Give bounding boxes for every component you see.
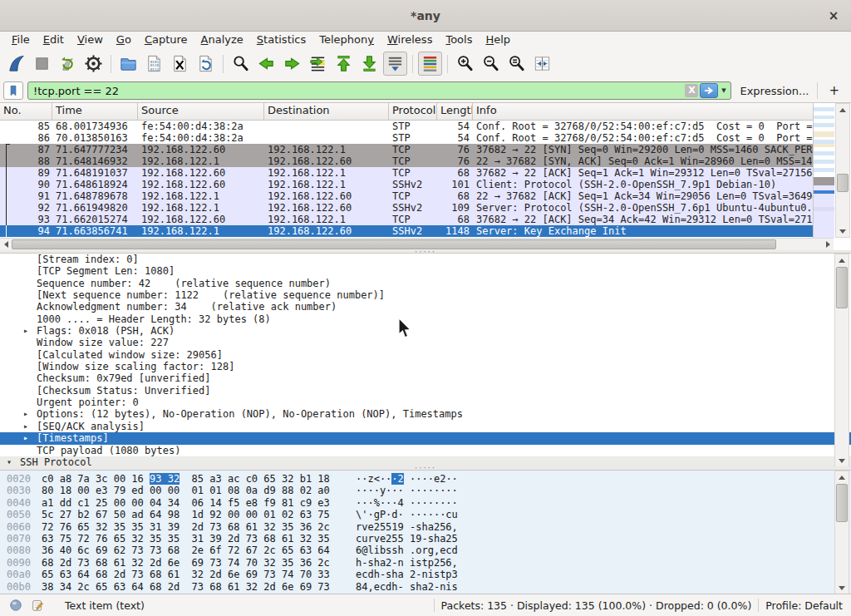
scroll-up-icon[interactable] bbox=[835, 471, 849, 483]
packet-row-94[interactable]: 9471.663856741192.168.122.1192.168.122.6… bbox=[0, 225, 813, 237]
display-filter-input[interactable] bbox=[28, 85, 685, 97]
start-capture-button[interactable] bbox=[4, 52, 28, 76]
reload-file-button[interactable] bbox=[194, 52, 218, 76]
open-file-button[interactable] bbox=[116, 52, 140, 76]
detail-line[interactable]: [Stream index: 0] bbox=[0, 254, 851, 265]
zoom-reset-button[interactable] bbox=[504, 52, 529, 76]
menu-tools[interactable]: Tools bbox=[439, 32, 479, 47]
hex-row[interactable]: 0040a1 dd c1 25 00 00 04 34 06 14 f5 e8 … bbox=[0, 497, 851, 509]
detail-line[interactable]: ▸Options: (12 bytes), No-Operation (NOP)… bbox=[0, 408, 851, 420]
packet-row-90[interactable]: 9071.648618924192.168.122.60192.168.122.… bbox=[0, 179, 813, 190]
scroll-right-icon[interactable] bbox=[822, 239, 834, 250]
detail-line[interactable]: Window size value: 227 bbox=[0, 337, 851, 348]
column-header-no[interactable]: No. bbox=[0, 103, 52, 120]
go-to-packet-button[interactable] bbox=[306, 52, 330, 76]
menu-analyze[interactable]: Analyze bbox=[194, 32, 250, 47]
packet-row-93[interactable]: 9371.662015274192.168.122.60192.168.122.… bbox=[0, 214, 813, 225]
go-back-button[interactable] bbox=[254, 52, 278, 76]
restart-capture-button[interactable] bbox=[56, 52, 80, 76]
packet-row-86[interactable]: 8670.013850163fe:54:00:d4:38:2aSTP54Conf… bbox=[0, 132, 813, 144]
capture-comment-button[interactable] bbox=[30, 598, 45, 613]
menu-help[interactable]: Help bbox=[479, 32, 517, 47]
scrollbar-thumb[interactable] bbox=[836, 484, 848, 522]
filter-apply-button[interactable] bbox=[700, 83, 718, 98]
menu-edit[interactable]: Edit bbox=[37, 32, 71, 47]
hex-row[interactable]: 006072 76 65 32 35 35 31 39 2d 73 68 61 … bbox=[0, 521, 851, 533]
packet-row-88[interactable]: 8871.648146932192.168.122.1192.168.122.6… bbox=[0, 155, 813, 167]
packet-list-hscrollbar[interactable] bbox=[0, 238, 834, 250]
menu-file[interactable]: File bbox=[5, 32, 37, 47]
column-header-length[interactable]: Length bbox=[437, 103, 473, 120]
details-vscrollbar[interactable] bbox=[834, 254, 849, 466]
detail-line[interactable]: Urgent pointer: 0 bbox=[0, 397, 851, 408]
packet-row-92[interactable]: 9271.661949820192.168.122.1192.168.122.6… bbox=[0, 202, 813, 214]
hex-row[interactable]: 00505c 27 b2 67 50 ad 64 98 1d 92 00 00 … bbox=[0, 509, 851, 520]
menu-statistics[interactable]: Statistics bbox=[250, 32, 312, 47]
expander-closed-icon[interactable]: ▸ bbox=[23, 408, 37, 420]
detail-line[interactable]: ▸[SEQ/ACK analysis] bbox=[0, 421, 851, 432]
auto-scroll-live-button[interactable] bbox=[383, 52, 407, 76]
column-header-source[interactable]: Source bbox=[138, 103, 264, 120]
add-filter-button[interactable]: + bbox=[822, 83, 846, 98]
scroll-up-icon[interactable] bbox=[835, 254, 849, 266]
save-file-button[interactable]: 010101100113 bbox=[142, 52, 166, 76]
scrollbar-thumb[interactable] bbox=[12, 239, 776, 249]
close-file-button[interactable] bbox=[168, 52, 192, 76]
zoom-out-button[interactable] bbox=[479, 52, 503, 76]
menu-telephony[interactable]: Telephony bbox=[312, 32, 381, 47]
detail-line[interactable]: TCP payload (1080 bytes) bbox=[0, 445, 851, 456]
find-packet-button[interactable] bbox=[229, 52, 253, 76]
filter-history-dropdown[interactable]: ▼ bbox=[718, 87, 729, 94]
menu-wireless[interactable]: Wireless bbox=[381, 32, 439, 47]
hex-row[interactable]: 003080 18 00 e3 79 ed 00 00 01 01 08 0a … bbox=[0, 485, 851, 496]
packet-list-vscrollbar[interactable] bbox=[835, 103, 850, 238]
detail-line[interactable]: [Calculated window size: 29056] bbox=[0, 349, 851, 361]
hex-row[interactable]: 009068 2d 73 68 61 32 2d 6e 69 73 74 70 … bbox=[0, 557, 851, 569]
bytes-vscrollbar[interactable] bbox=[834, 471, 849, 594]
expander-closed-icon[interactable]: ▸ bbox=[23, 421, 37, 432]
expert-info-button[interactable] bbox=[8, 598, 23, 613]
hex-row[interactable]: 00b038 34 2c 65 63 64 68 2d 73 68 61 32 … bbox=[0, 581, 851, 593]
scroll-left-icon[interactable] bbox=[0, 239, 12, 250]
menu-view[interactable]: View bbox=[71, 32, 110, 47]
scrollbar-thumb[interactable] bbox=[837, 174, 849, 192]
column-header-destination[interactable]: Destination bbox=[264, 103, 389, 120]
expression-button[interactable]: Expression... bbox=[735, 85, 813, 97]
packet-row-87[interactable]: 8771.647777234192.168.122.60192.168.122.… bbox=[0, 144, 813, 155]
scrollbar-thumb[interactable] bbox=[836, 267, 848, 308]
detail-line[interactable]: 1000 .... = Header Length: 32 bytes (8) bbox=[0, 313, 851, 325]
hex-row[interactable]: 00a065 63 64 68 2d 73 68 61 32 2d 6e 69 … bbox=[0, 569, 851, 580]
capture-options-button[interactable] bbox=[81, 52, 106, 76]
scroll-up-icon[interactable] bbox=[836, 104, 849, 116]
detail-line[interactable]: Checksum: 0x79ed [unverified] bbox=[0, 372, 851, 384]
colorize-packets-button[interactable] bbox=[418, 52, 442, 76]
scroll-down-icon[interactable] bbox=[835, 455, 849, 466]
detail-line[interactable]: ▾SSH Protocol bbox=[0, 456, 851, 466]
close-button[interactable]: × bbox=[824, 7, 843, 25]
intelligent-scrollbar-minimap[interactable] bbox=[813, 103, 834, 238]
go-first-packet-button[interactable] bbox=[332, 52, 356, 76]
detail-line[interactable]: ▸[Timestamps] bbox=[0, 432, 851, 444]
column-header-protocol[interactable]: Protocol bbox=[389, 103, 437, 120]
menu-go[interactable]: Go bbox=[110, 32, 138, 47]
detail-line[interactable]: [Window size scaling factor: 128] bbox=[0, 361, 851, 372]
detail-line[interactable]: ▸Flags: 0x018 (PSH, ACK) bbox=[0, 325, 851, 337]
profile-button[interactable]: Profile: Default bbox=[765, 599, 843, 612]
scroll-down-icon[interactable] bbox=[835, 582, 849, 594]
expander-closed-icon[interactable]: ▸ bbox=[23, 432, 37, 444]
menu-capture[interactable]: Capture bbox=[138, 32, 194, 47]
zoom-in-button[interactable] bbox=[453, 52, 477, 76]
detail-line[interactable]: Sequence number: 42 (relative sequence n… bbox=[0, 278, 851, 289]
detail-line[interactable]: [Next sequence number: 1122 (relative se… bbox=[0, 289, 851, 301]
go-last-packet-button[interactable] bbox=[357, 52, 381, 76]
hex-row[interactable]: 008036 40 6c 69 62 73 73 68 2e 6f 72 67 … bbox=[0, 545, 851, 556]
resize-columns-button[interactable] bbox=[530, 52, 554, 76]
filter-bookmark-button[interactable] bbox=[3, 81, 23, 100]
packet-row-85[interactable]: 8568.001734936fe:54:00:d4:38:2aSTP54Conf… bbox=[0, 121, 813, 132]
hex-row[interactable]: 0020c0 a8 7a 3c 00 16 93 32 85 a3 ac c0 … bbox=[0, 473, 851, 485]
detail-line[interactable]: [Checksum Status: Unverified] bbox=[0, 385, 851, 397]
expander-closed-icon[interactable]: ▸ bbox=[23, 325, 37, 337]
expander-open-icon[interactable]: ▾ bbox=[7, 456, 20, 466]
detail-line[interactable]: [TCP Segment Len: 1080] bbox=[0, 265, 851, 277]
column-header-info[interactable]: Info bbox=[473, 103, 813, 120]
